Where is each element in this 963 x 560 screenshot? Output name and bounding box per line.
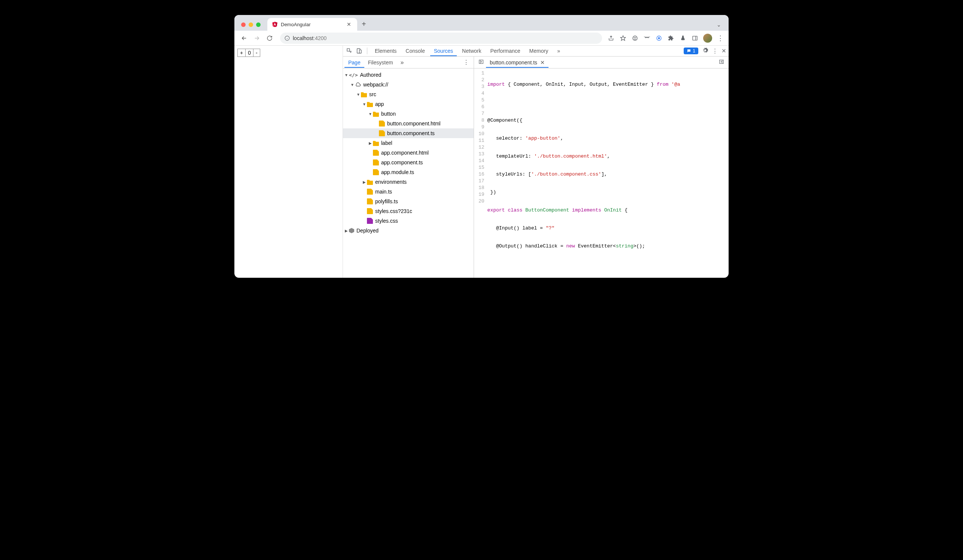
angular-icon [272, 21, 278, 28]
editor-tab-close-button[interactable]: ✕ [540, 60, 545, 65]
toolbar-actions: ⋮ [607, 34, 724, 43]
editor-tab-title: button.component.ts [490, 60, 537, 65]
devtools-menu-button[interactable]: ⋮ [712, 47, 718, 54]
tree-node-environments[interactable]: ▶environments [343, 177, 473, 187]
reload-button[interactable] [264, 33, 275, 44]
nav-tab-page[interactable]: Page [344, 57, 364, 68]
folder-icon [367, 179, 373, 185]
nav-menu-button[interactable]: ⋮ [460, 59, 472, 66]
minimize-window-button[interactable] [249, 23, 253, 27]
maximize-window-button[interactable] [256, 23, 261, 27]
tree-node-label-folder[interactable]: ▶label [343, 138, 473, 148]
svg-rect-14 [693, 36, 697, 40]
back-button[interactable] [239, 33, 250, 44]
file-icon [373, 169, 379, 175]
tree-node-src[interactable]: ▼src [343, 89, 473, 99]
counter-widget: + 0 - [237, 49, 260, 57]
profile-avatar[interactable] [703, 34, 712, 43]
cloud-icon [355, 82, 361, 87]
tree-node-button-folder[interactable]: ▼button [343, 109, 473, 119]
forward-button[interactable] [251, 33, 262, 44]
cube-icon [349, 228, 354, 233]
folder-icon [367, 101, 373, 107]
extension-icon-1[interactable] [631, 34, 639, 42]
toggle-navigator-icon[interactable] [476, 59, 486, 66]
tree-node-app-html[interactable]: ▶app.component.html [343, 148, 473, 158]
device-toggle-icon[interactable] [355, 48, 363, 54]
file-icon [373, 159, 379, 165]
address-bar[interactable]: localhost:4200 [280, 32, 602, 44]
nav-more-tabs[interactable]: » [398, 59, 406, 66]
tree-node-app[interactable]: ▼app [343, 99, 473, 109]
folder-icon [373, 140, 379, 146]
tab-close-button[interactable]: ✕ [345, 21, 353, 28]
svg-point-9 [645, 36, 647, 38]
close-window-button[interactable] [241, 23, 246, 27]
sources-navigator: Page Filesystem » ⋮ ▼</>Authored ▼webpac… [343, 57, 474, 278]
site-info-icon [285, 36, 290, 41]
tree-node-button-html[interactable]: ▶button.component.html [343, 119, 473, 128]
svg-rect-16 [347, 49, 350, 51]
bookmark-star-icon[interactable] [619, 34, 627, 42]
file-icon [379, 130, 385, 136]
code-editor[interactable]: 1234567891011121314151617181920 import {… [474, 68, 729, 278]
tree-node-deployed[interactable]: ▶Deployed [343, 226, 473, 235]
editor-tab[interactable]: button.component.ts ✕ [486, 57, 548, 68]
file-icon [367, 198, 373, 204]
folder-icon [373, 111, 379, 117]
issues-badge[interactable]: 1 [684, 47, 698, 54]
tab-performance[interactable]: Performance [486, 46, 524, 56]
code-content: import { Component, OnInit, Input, Outpu… [488, 68, 680, 278]
window-controls [238, 23, 264, 31]
tab-console[interactable]: Console [402, 46, 428, 56]
url-text: localhost:4200 [293, 35, 326, 41]
file-icon [367, 218, 373, 224]
settings-icon[interactable] [702, 47, 708, 55]
devtools-close-button[interactable]: ✕ [721, 47, 726, 54]
tree-node-button-ts[interactable]: ▶button.component.ts [343, 128, 473, 138]
file-tree: ▼</>Authored ▼webpack:// ▼src ▼app ▼butt… [343, 68, 473, 278]
file-icon [373, 150, 379, 156]
file-icon [367, 208, 373, 214]
tabs-dropdown-button[interactable]: ⌄ [717, 22, 725, 31]
tab-elements[interactable]: Elements [371, 46, 400, 56]
editor-tabs: button.component.ts ✕ [474, 57, 729, 68]
tree-node-main-ts[interactable]: ▶main.ts [343, 187, 473, 196]
svg-rect-11 [647, 37, 648, 38]
tree-node-polyfills[interactable]: ▶polyfills.ts [343, 196, 473, 206]
increment-button[interactable]: + [238, 49, 246, 57]
decrement-button[interactable]: - [253, 49, 260, 57]
browser-tab[interactable]: DemoAngular ✕ [268, 18, 357, 31]
file-icon [379, 121, 385, 126]
svg-point-7 [634, 37, 634, 38]
new-tab-button[interactable]: + [357, 20, 371, 31]
svg-point-10 [647, 36, 649, 38]
svg-point-13 [658, 37, 660, 39]
browser-window: DemoAngular ✕ + ⌄ localhost:4200 ⋮ [234, 15, 729, 278]
folder-icon [361, 91, 367, 97]
side-panel-icon[interactable] [691, 34, 699, 42]
tab-network[interactable]: Network [458, 46, 485, 56]
tree-node-styles-hash[interactable]: ▶styles.css?231c [343, 206, 473, 216]
labs-icon[interactable] [679, 34, 687, 42]
svg-point-6 [633, 36, 637, 40]
toggle-debugger-icon[interactable] [717, 59, 726, 66]
tree-node-authored[interactable]: ▼</>Authored [343, 70, 473, 80]
tab-sources[interactable]: Sources [430, 46, 457, 56]
tree-node-webpack[interactable]: ▼webpack:// [343, 80, 473, 89]
share-icon[interactable] [607, 34, 615, 42]
tree-node-app-module[interactable]: ▶app.module.ts [343, 167, 473, 177]
editor-pane: button.component.ts ✕ 123456789101112131… [474, 57, 729, 278]
devtools-panel: Elements Console Sources Network Perform… [343, 46, 729, 278]
tree-node-app-ts[interactable]: ▶app.component.ts [343, 158, 473, 167]
nav-tab-filesystem[interactable]: Filesystem [364, 57, 397, 68]
more-tabs-button[interactable]: » [553, 46, 564, 56]
extension-icon-2[interactable] [643, 34, 651, 42]
tree-node-styles[interactable]: ▶styles.css [343, 216, 473, 226]
tab-memory[interactable]: Memory [526, 46, 552, 56]
chrome-menu-button[interactable]: ⋮ [717, 34, 724, 42]
extension-icon-3[interactable] [655, 34, 663, 42]
extensions-icon[interactable] [667, 34, 675, 42]
navigator-tabs: Page Filesystem » ⋮ [343, 57, 473, 68]
inspect-element-icon[interactable] [345, 48, 353, 54]
